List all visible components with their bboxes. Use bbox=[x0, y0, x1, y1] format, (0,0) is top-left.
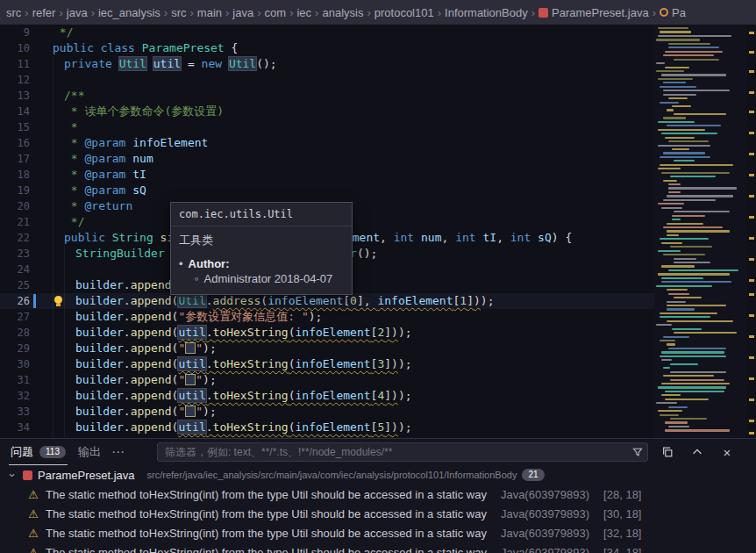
problem-row[interactable]: ⚠The static method toHexString(int) from… bbox=[0, 504, 756, 523]
line-number: 19 bbox=[0, 183, 30, 198]
breadcrumb-file[interactable]: ParamePreset.java bbox=[538, 6, 650, 19]
chevron-down-icon[interactable]: › bbox=[6, 470, 19, 480]
problem-row[interactable]: ⚠The static method toHexString(int) from… bbox=[0, 542, 756, 553]
filter-icon[interactable] bbox=[632, 447, 643, 457]
line-number: 10 bbox=[0, 40, 30, 56]
breadcrumb-item[interactable]: iec_analysis bbox=[97, 6, 161, 19]
code-line[interactable]: 16 * @param infoElement bbox=[0, 135, 654, 151]
problem-source: Java(603979893) bbox=[501, 546, 589, 553]
tab-problems[interactable]: 问题 113 bbox=[9, 439, 68, 465]
breadcrumb-item[interactable]: analysis bbox=[321, 6, 364, 19]
hover-tooltip: com.iec.utils.Util 工具类 • Author: ◦ Admin… bbox=[170, 202, 353, 295]
line-number: 17 bbox=[0, 151, 30, 167]
problem-source: Java(603979893) bbox=[501, 507, 589, 521]
line-number: 34 bbox=[0, 420, 30, 435]
breadcrumb-separator-icon: › bbox=[25, 6, 28, 19]
overview-ruler bbox=[747, 25, 756, 438]
problem-location: [30, 18] bbox=[603, 507, 641, 521]
breadcrumb-separator-icon: › bbox=[315, 6, 318, 19]
file-name: ParamePreset.java bbox=[38, 469, 135, 482]
problem-location: [32, 18] bbox=[603, 527, 641, 540]
line-number: 23 bbox=[0, 246, 30, 262]
code-line[interactable]: 34builder.append(util.toHexString(infoEl… bbox=[0, 420, 654, 435]
breadcrumb-item[interactable]: protocol101 bbox=[374, 6, 435, 19]
breadcrumb-separator-icon: › bbox=[59, 6, 62, 19]
line-number: 28 bbox=[0, 325, 30, 341]
tab-problems-label: 问题 bbox=[11, 444, 33, 460]
code-line[interactable]: 11private Util util = new Util(); bbox=[0, 56, 654, 72]
line-number: 13 bbox=[0, 88, 30, 104]
line-number: 9 bbox=[0, 25, 30, 40]
minimap[interactable] bbox=[654, 25, 747, 438]
code-editor[interactable]: 9 */10public class ParamePreset {11priva… bbox=[0, 25, 756, 438]
line-number: 21 bbox=[0, 214, 30, 230]
code-line[interactable]: 15 * bbox=[0, 119, 654, 135]
java-file-icon bbox=[538, 8, 548, 18]
problem-source: Java(603979893) bbox=[501, 488, 589, 501]
java-file-icon bbox=[23, 470, 32, 480]
problem-location: [34, 18] bbox=[603, 546, 641, 553]
line-number: 35 bbox=[0, 435, 30, 438]
breadcrumb-item[interactable]: refer bbox=[32, 6, 57, 19]
code-line[interactable]: 19 * @param sQ bbox=[0, 183, 654, 198]
code-line[interactable]: 17 * @param num bbox=[0, 151, 654, 167]
breadcrumb-item[interactable]: com bbox=[264, 6, 288, 19]
breadcrumb-item[interactable]: src bbox=[5, 6, 22, 19]
code-line[interactable]: 26builder.append(Util.address(infoElemen… bbox=[0, 293, 654, 309]
breadcrumb-item[interactable]: java bbox=[232, 6, 254, 19]
line-number: 22 bbox=[0, 230, 30, 246]
problem-source: Java(603979893) bbox=[501, 527, 589, 540]
code-line[interactable]: 13/** bbox=[0, 88, 654, 104]
code-line[interactable]: 28builder.append(util.toHexString(infoEl… bbox=[0, 325, 654, 341]
close-panel-icon[interactable]: × bbox=[717, 442, 738, 462]
problems-file-group[interactable]: › ParamePreset.java src/refer/java/iec_a… bbox=[0, 465, 756, 485]
class-symbol-icon bbox=[660, 8, 668, 17]
code-line[interactable]: 29builder.append(""); bbox=[0, 341, 654, 356]
line-number: 27 bbox=[0, 309, 30, 325]
code-line[interactable]: 14 * 读单个参数命令(参数设置) bbox=[0, 104, 654, 119]
problems-filter-input[interactable] bbox=[157, 442, 648, 462]
breadcrumb-symbol[interactable]: Pa bbox=[659, 6, 687, 19]
breadcrumb-separator-icon: › bbox=[257, 6, 260, 19]
bullet-icon: • bbox=[179, 256, 183, 271]
problem-message: The static method toHexString(int) from … bbox=[46, 527, 487, 540]
code-line[interactable]: 27builder.append("参数设置对象信息值: "); bbox=[0, 309, 654, 325]
breadcrumb-separator-icon: › bbox=[225, 6, 229, 19]
code-line[interactable]: 18 * @param tI bbox=[0, 167, 654, 183]
code-line[interactable]: 30builder.append(util.toHexString(infoEl… bbox=[0, 356, 654, 372]
breadcrumb-separator-icon: › bbox=[164, 6, 168, 19]
file-path: src/refer/java/iec_analysis/src/main/jav… bbox=[147, 470, 517, 480]
problem-message: The static method toHexString(int) from … bbox=[46, 488, 487, 501]
code-line[interactable]: 9 */ bbox=[0, 25, 654, 40]
line-number: 12 bbox=[0, 72, 30, 88]
problem-row[interactable]: ⚠The static method toHexString(int) from… bbox=[0, 485, 756, 504]
code-line[interactable]: 31builder.append(""); bbox=[0, 372, 654, 388]
breadcrumb-item[interactable]: src bbox=[170, 6, 187, 19]
tab-output-label: 输出 bbox=[78, 444, 101, 460]
line-number: 33 bbox=[0, 404, 30, 420]
problem-row[interactable]: ⚠The static method toHexString(int) from… bbox=[0, 523, 756, 542]
code-line[interactable]: 12 bbox=[0, 72, 654, 88]
code-line[interactable]: 35builder.append(" bbox=[0, 435, 654, 438]
breadcrumb-separator-icon: › bbox=[653, 6, 656, 19]
code-line[interactable]: 32builder.append(util.toHexString(infoEl… bbox=[0, 388, 654, 404]
hover-package: com.iec.utils.Util bbox=[171, 203, 352, 226]
more-actions-icon[interactable]: ⋯ bbox=[111, 444, 125, 460]
breadcrumb-item[interactable]: main bbox=[196, 6, 223, 19]
lightbulb-icon[interactable] bbox=[54, 296, 62, 304]
maximize-panel-icon[interactable] bbox=[687, 442, 708, 462]
warning-icon: ⚠ bbox=[26, 507, 40, 521]
code-line[interactable]: 10public class ParamePreset { bbox=[0, 40, 654, 56]
warning-icon: ⚠ bbox=[26, 527, 40, 540]
hover-author-value: Administrator 2018-04-07 bbox=[204, 271, 333, 286]
breadcrumb-item[interactable]: java bbox=[66, 6, 89, 19]
breadcrumb-item[interactable]: iec bbox=[296, 6, 312, 19]
line-number: 20 bbox=[0, 198, 30, 214]
breadcrumb: src›refer›java›iec_analysis›src›main›jav… bbox=[0, 0, 756, 25]
tab-output[interactable]: 输出 bbox=[76, 439, 103, 465]
move-panel-icon[interactable] bbox=[657, 442, 678, 462]
bullet-icon: ◦ bbox=[195, 271, 199, 286]
breadcrumb-item[interactable]: InformationBody bbox=[444, 6, 529, 19]
line-number: 18 bbox=[0, 167, 30, 183]
code-line[interactable]: 33builder.append(""); bbox=[0, 404, 654, 420]
